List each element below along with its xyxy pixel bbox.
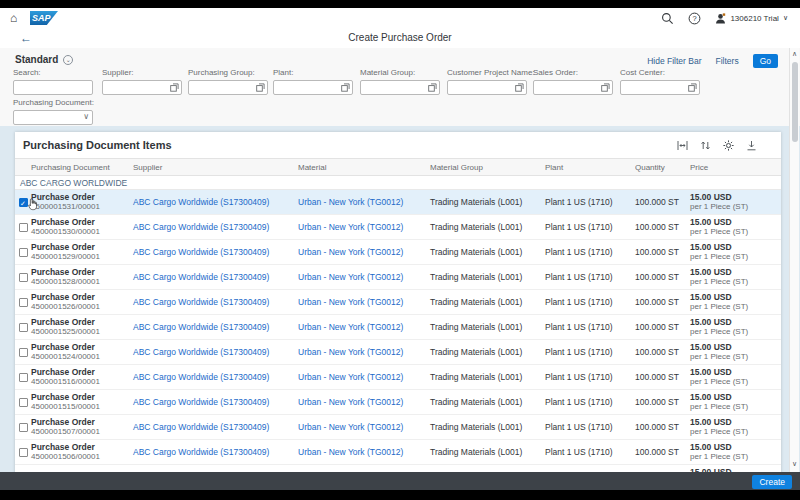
- create-button[interactable]: Create: [752, 475, 792, 489]
- user-label: 1306210 Trial: [730, 14, 778, 23]
- supplier-link[interactable]: ABC Cargo Worldwide (S17300409): [133, 222, 298, 232]
- supplier-link[interactable]: ABC Cargo Worldwide (S17300409): [133, 372, 298, 382]
- document-number: 4500001515/00001: [31, 402, 133, 412]
- quantity-cell: 100.000 ST: [635, 422, 690, 432]
- supplier-link[interactable]: ABC Cargo Worldwide (S17300409): [133, 272, 298, 282]
- value-help-icon[interactable]: [601, 83, 610, 92]
- column-header-2[interactable]: Material: [298, 163, 430, 172]
- sort-icon[interactable]: [700, 140, 711, 151]
- material-link[interactable]: Urban - New York (TG0012): [298, 322, 430, 332]
- row-checkbox[interactable]: [19, 348, 28, 357]
- filter-input-sales-order[interactable]: [533, 80, 613, 95]
- supplier-link[interactable]: ABC Cargo Worldwide (S17300409): [133, 422, 298, 432]
- material-link[interactable]: Urban - New York (TG0012): [298, 272, 430, 282]
- supplier-link[interactable]: ABC Cargo Worldwide (S17300409): [133, 197, 298, 207]
- table-row[interactable]: Purchase Order4500001525/00001ABC Cargo …: [15, 315, 781, 340]
- table-row[interactable]: Purchase Order4500001507/00001ABC Cargo …: [15, 415, 781, 440]
- material-link[interactable]: Urban - New York (TG0012): [298, 297, 430, 307]
- filters-button[interactable]: Filters: [716, 56, 739, 66]
- scroll-up-icon[interactable]: ∧: [790, 50, 799, 58]
- material-link[interactable]: Urban - New York (TG0012): [298, 347, 430, 357]
- price-cell: 15.00 USDper 1 Piece (ST): [690, 192, 781, 212]
- supplier-link[interactable]: ABC Cargo Worldwide (S17300409): [133, 322, 298, 332]
- help-icon[interactable]: ?: [688, 12, 701, 25]
- variant-selector[interactable]: Standard ⌄: [15, 54, 73, 65]
- value-help-icon[interactable]: [170, 83, 179, 92]
- material-link[interactable]: Urban - New York (TG0012): [298, 422, 430, 432]
- table-row[interactable]: Purchase Order4500001515/00001ABC Cargo …: [15, 390, 781, 415]
- column-header-1[interactable]: Supplier: [133, 163, 298, 172]
- column-header-4[interactable]: Plant: [545, 163, 635, 172]
- filter-input-purchasing-group[interactable]: [188, 80, 268, 95]
- table-row[interactable]: Purchase Order4500001529/00001ABC Cargo …: [15, 240, 781, 265]
- column-header-6[interactable]: Price: [690, 163, 781, 172]
- row-checkbox[interactable]: [19, 273, 28, 282]
- price-amount: 15.00 USD: [690, 342, 781, 352]
- go-button[interactable]: Go: [753, 54, 778, 68]
- filter-input-plant[interactable]: [273, 80, 353, 95]
- filter-input-search[interactable]: [13, 80, 93, 95]
- supplier-link[interactable]: ABC Cargo Worldwide (S17300409): [133, 247, 298, 257]
- filter-input-supplier[interactable]: [102, 80, 182, 95]
- value-help-icon[interactable]: [688, 83, 697, 92]
- material-link[interactable]: Urban - New York (TG0012): [298, 222, 430, 232]
- scrollbar-thumb[interactable]: [792, 62, 798, 142]
- settings-icon[interactable]: [723, 140, 734, 151]
- value-help-icon[interactable]: [341, 83, 350, 92]
- table-row[interactable]: Purchase Order4500001528/00001ABC Cargo …: [15, 265, 781, 290]
- purchasing-document-select[interactable]: ∨: [13, 110, 93, 125]
- chevron-down-icon: ∨: [83, 112, 89, 121]
- user-menu[interactable]: 1306210 Trial ∨: [715, 13, 788, 24]
- row-checkbox[interactable]: [19, 423, 28, 432]
- footer-bar: Create: [0, 472, 800, 490]
- hide-filter-bar-button[interactable]: Hide Filter Bar: [647, 56, 701, 66]
- material-link[interactable]: Urban - New York (TG0012): [298, 372, 430, 382]
- filter-input-customer-project-name[interactable]: [447, 80, 527, 95]
- vertical-scrollbar[interactable]: ∧ ∨: [789, 48, 799, 472]
- table-row[interactable]: Purchase Order4500001524/00001ABC Cargo …: [15, 340, 781, 365]
- variant-dropdown-icon[interactable]: ⌄: [63, 55, 73, 65]
- row-checkbox[interactable]: [19, 298, 28, 307]
- material-group-cell: Trading Materials (L001): [430, 272, 545, 282]
- value-help-icon[interactable]: [256, 83, 265, 92]
- document-type: Purchase Order: [31, 342, 133, 352]
- price-unit: per 1 Piece (ST): [690, 427, 781, 437]
- supplier-link[interactable]: ABC Cargo Worldwide (S17300409): [133, 397, 298, 407]
- scroll-down-icon[interactable]: ∨: [790, 460, 799, 468]
- supplier-link[interactable]: ABC Cargo Worldwide (S17300409): [133, 297, 298, 307]
- table-row[interactable]: Purchase Order4500001516/00001ABC Cargo …: [15, 365, 781, 390]
- document-number: 4500001531/00001: [31, 202, 133, 212]
- price-unit: per 1 Piece (ST): [690, 327, 781, 337]
- home-icon[interactable]: ⌂: [10, 11, 17, 25]
- row-checkbox[interactable]: [19, 448, 28, 457]
- filter-label: Plant:: [273, 68, 353, 77]
- row-checkbox[interactable]: ✓: [19, 198, 28, 207]
- row-checkbox[interactable]: [19, 248, 28, 257]
- column-width-icon[interactable]: [677, 140, 688, 151]
- table-row[interactable]: Purchase Order4500001506/00001ABC Cargo …: [15, 440, 781, 465]
- column-header-3[interactable]: Material Group: [430, 163, 545, 172]
- material-link[interactable]: Urban - New York (TG0012): [298, 397, 430, 407]
- row-checkbox[interactable]: [19, 398, 28, 407]
- table-row[interactable]: ✓Purchase Order4500001531/00001ABC Cargo…: [15, 190, 781, 215]
- supplier-link[interactable]: ABC Cargo Worldwide (S17300409): [133, 447, 298, 457]
- material-link[interactable]: Urban - New York (TG0012): [298, 247, 430, 257]
- column-header-5[interactable]: Quantity: [635, 163, 690, 172]
- row-checkbox[interactable]: [19, 323, 28, 332]
- supplier-link[interactable]: ABC Cargo Worldwide (S17300409): [133, 347, 298, 357]
- search-icon[interactable]: [661, 12, 674, 25]
- row-checkbox[interactable]: [19, 373, 28, 382]
- value-help-icon[interactable]: [428, 83, 437, 92]
- document-number: 4500001507/00001: [31, 427, 133, 437]
- row-checkbox[interactable]: [19, 223, 28, 232]
- material-link[interactable]: Urban - New York (TG0012): [298, 197, 430, 207]
- value-help-icon[interactable]: [515, 83, 524, 92]
- column-header-0[interactable]: Purchasing Document: [31, 163, 133, 172]
- export-icon[interactable]: [746, 140, 757, 151]
- material-link[interactable]: Urban - New York (TG0012): [298, 447, 430, 457]
- table-row[interactable]: Purchase Order4500001526/00001ABC Cargo …: [15, 290, 781, 315]
- filter-input-cost-center[interactable]: [620, 80, 700, 95]
- table-row[interactable]: Purchase Order4500001530/00001ABC Cargo …: [15, 215, 781, 240]
- filter-input-material-group[interactable]: [360, 80, 440, 95]
- sap-logo[interactable]: SAP: [30, 11, 58, 25]
